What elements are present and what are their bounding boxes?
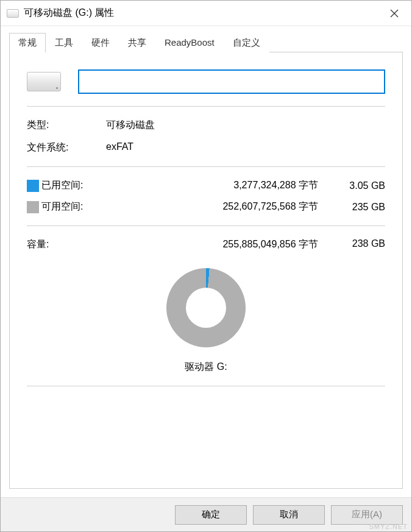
tab-readyboost[interactable]: ReadyBoost bbox=[155, 33, 224, 52]
footer: 确定 取消 应用(A) bbox=[1, 497, 411, 531]
usage-pie-chart bbox=[166, 268, 246, 347]
divider bbox=[27, 225, 385, 226]
close-button[interactable] bbox=[380, 1, 409, 26]
divider bbox=[27, 106, 385, 107]
capacity-info: 容量: 255,885,049,856 字节 238 GB bbox=[27, 238, 385, 251]
filesystem-label: 文件系统: bbox=[27, 141, 106, 154]
space-info: 已用空间: 3,277,324,288 字节 3.05 GB 可用空间: 252… bbox=[27, 179, 385, 213]
divider bbox=[27, 166, 385, 167]
usage-chart-wrap: 驱动器 G: bbox=[27, 268, 385, 374]
tab-general[interactable]: 常规 bbox=[9, 33, 46, 52]
drive-name-input[interactable] bbox=[78, 69, 385, 94]
tab-panel-general: 类型: 可移动磁盘 文件系统: exFAT 已用空间: 3,277,324,28… bbox=[9, 52, 403, 489]
used-bytes: 3,277,324,288 字节 bbox=[108, 179, 330, 192]
used-swatch-icon bbox=[27, 180, 39, 192]
window-body: 常规 工具 硬件 共享 ReadyBoost 自定义 类型: 可移动磁盘 文件系… bbox=[1, 26, 411, 497]
used-gb: 3.05 GB bbox=[330, 180, 385, 191]
drive-header-row bbox=[27, 69, 385, 94]
titlebar: 可移动磁盘 (G:) 属性 bbox=[1, 1, 411, 26]
ok-button[interactable]: 确定 bbox=[175, 505, 247, 525]
window-title: 可移动磁盘 (G:) 属性 bbox=[24, 7, 380, 20]
drive-icon bbox=[27, 72, 61, 91]
tab-custom[interactable]: 自定义 bbox=[224, 33, 269, 52]
tab-hardware[interactable]: 硬件 bbox=[82, 33, 119, 52]
divider bbox=[27, 386, 385, 386]
filesystem-value: exFAT bbox=[106, 141, 385, 154]
free-gb: 235 GB bbox=[330, 202, 385, 213]
tab-sharing[interactable]: 共享 bbox=[119, 33, 155, 52]
drive-identifier: 驱动器 G: bbox=[185, 361, 227, 374]
type-label: 类型: bbox=[27, 119, 106, 132]
tab-tools[interactable]: 工具 bbox=[46, 33, 82, 52]
type-value: 可移动磁盘 bbox=[106, 119, 385, 132]
close-icon bbox=[390, 9, 399, 18]
drive-icon bbox=[7, 9, 19, 18]
free-swatch-icon bbox=[27, 201, 39, 213]
capacity-bytes: 255,885,049,856 字节 bbox=[108, 238, 330, 251]
free-bytes: 252,607,725,568 字节 bbox=[108, 200, 330, 213]
capacity-gb: 238 GB bbox=[330, 238, 385, 251]
free-label: 可用空间: bbox=[41, 200, 108, 213]
properties-window: 可移动磁盘 (G:) 属性 常规 工具 硬件 共享 ReadyBoost 自定义… bbox=[0, 0, 412, 532]
used-label: 已用空间: bbox=[41, 179, 108, 192]
apply-button[interactable]: 应用(A) bbox=[331, 505, 403, 525]
tabstrip: 常规 工具 硬件 共享 ReadyBoost 自定义 bbox=[9, 33, 403, 52]
capacity-label: 容量: bbox=[27, 238, 108, 251]
basic-info: 类型: 可移动磁盘 文件系统: exFAT bbox=[27, 119, 385, 154]
cancel-button[interactable]: 取消 bbox=[253, 505, 325, 525]
